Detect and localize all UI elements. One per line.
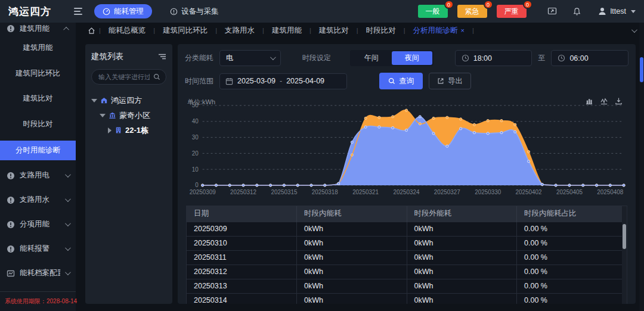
time-to-input[interactable]: 06:00 [551, 50, 628, 66]
home-icon[interactable] [84, 27, 99, 35]
tab-支路用水[interactable]: 支路用水 [217, 26, 262, 36]
clock-icon [558, 54, 565, 62]
tree-caret-icon[interactable] [91, 99, 97, 102]
energy-type-select[interactable]: 电 [219, 50, 281, 66]
list-options-icon[interactable] [158, 53, 166, 60]
tab-label: 建筑用能 [272, 26, 302, 36]
tree-search-input[interactable] [97, 73, 151, 81]
range-separator: - [280, 77, 282, 85]
range-label: 时间范围 [185, 76, 213, 86]
tree-node-蒙奇小区[interactable]: 蒙奇小区 [91, 108, 166, 123]
bell-icon[interactable] [572, 7, 581, 16]
alert-count-badge: 0 [523, 0, 532, 9]
tab-建筑比对[interactable]: 建筑比对 [311, 26, 357, 36]
sidebar-group-能耗报警[interactable]: 能耗报警 [0, 237, 76, 261]
tab-能耗总概览[interactable]: 能耗总概览 [101, 26, 154, 36]
calendar-icon [225, 77, 233, 85]
date-range-input[interactable]: 2025-03-09 - 2025-04-09 [219, 73, 347, 89]
tab-separator: | [472, 27, 474, 34]
tabbar-collapse-icon[interactable] [627, 29, 640, 33]
tab-分析用能诊断[interactable]: 分析用能诊断× [405, 26, 472, 36]
page-scrollbar-thumb[interactable] [640, 57, 643, 82]
alert-count-badge: 0 [484, 0, 493, 9]
svg-text:10: 10 [192, 166, 199, 173]
sidebar-item-建筑用能[interactable]: 建筑用能 [0, 35, 76, 61]
username: lttest [611, 7, 626, 15]
sidebar-item-建筑比对[interactable]: 建筑比对 [0, 86, 76, 112]
table-row[interactable]: 202503100kWh0kWh0.00 % [187, 236, 627, 250]
sidebar: 建筑用能建筑用能建筑同比环比建筑比对时段比对分时用能诊断支路用电支路用水分项用能… [0, 23, 76, 311]
tree-search-box [91, 69, 166, 85]
bar-chart-icon[interactable] [585, 97, 593, 105]
info-circle-icon [7, 172, 15, 180]
range-start-value: 2025-03-09 [237, 77, 275, 85]
tab-label: 分析用能诊断 [413, 26, 458, 36]
sidebar-collapse-icon[interactable] [74, 8, 82, 15]
tree-node-22-1栋[interactable]: 22-1栋 [91, 123, 166, 138]
area-chart-canvas[interactable]: 0102030405020250309202503122025031520250… [185, 96, 628, 204]
sidebar-group-支路用电[interactable]: 支路用电 [0, 164, 76, 188]
building-list-card: 建筑列表 鸿运四方蒙奇小区22-1栋 [85, 44, 172, 304]
sidebar-item-时段比对[interactable]: 时段比对 [0, 111, 76, 137]
table-row[interactable]: 202503130kWh0kWh0.00 % [187, 279, 627, 293]
gauge-icon [103, 8, 110, 15]
table-row[interactable]: 202503090kWh0kWh0.00 % [187, 222, 627, 236]
sidebar-group-label: 能耗档案配置 [20, 268, 60, 278]
svg-text:20250327: 20250327 [434, 189, 460, 195]
info-circle-icon [7, 245, 15, 253]
nav-device-collection[interactable]: 设备与采集 [170, 7, 219, 17]
tab-close-icon[interactable]: × [461, 27, 465, 34]
top-header: 鸿运四方 能耗管理 设备与采集 一般0紧急0严重0 lttest [0, 0, 644, 23]
svg-text:20250309: 20250309 [190, 189, 216, 195]
alert-button-label: 严重 [504, 7, 519, 17]
chevron-down-icon [65, 269, 71, 275]
table-cell: 20250310 [187, 236, 297, 250]
period-option-night[interactable]: 夜间 [392, 51, 432, 65]
table-cell: 0kWh [297, 293, 407, 304]
query-button[interactable]: 查询 [379, 73, 423, 89]
user-menu[interactable]: lttest [597, 7, 636, 16]
alert-button-2[interactable]: 严重0 [497, 5, 527, 18]
sidebar-group-label: 支路用水 [20, 195, 60, 205]
table-cell: 0kWh [407, 279, 517, 293]
svg-text:20: 20 [192, 150, 199, 157]
download-icon[interactable] [615, 97, 623, 105]
sidebar-group-建筑用能[interactable]: 建筑用能 [0, 23, 76, 35]
svg-text:20250408: 20250408 [597, 189, 623, 195]
table-cell: 0kWh [297, 222, 407, 236]
range-end-value: 2025-04-09 [286, 77, 324, 85]
sidebar-group-能耗档案配置[interactable]: 能耗档案配置 [0, 261, 76, 285]
building-icon [114, 126, 122, 134]
time-to-value: 06:00 [569, 54, 588, 63]
tree-node-label: 22-1栋 [125, 125, 148, 136]
energy-table: 日期时段内能耗时段外能耗时段内能耗占比 202503090kWh0kWh0.00… [187, 206, 627, 304]
tab-建筑同比环比[interactable]: 建筑同比环比 [155, 26, 215, 36]
time-from-input[interactable]: 18:00 [455, 50, 532, 66]
line-chart-icon[interactable] [600, 97, 608, 105]
tab-时段比对[interactable]: 时段比对 [358, 26, 404, 36]
alert-button-0[interactable]: 一般0 [418, 5, 448, 18]
screen-icon[interactable] [547, 7, 557, 16]
tree-caret-icon[interactable] [100, 114, 106, 117]
tab-label: 支路用水 [225, 26, 255, 36]
table-scrollbar-thumb[interactable] [623, 224, 626, 249]
tree-caret-icon[interactable] [108, 127, 112, 133]
sidebar-group-label: 能耗报警 [20, 244, 60, 254]
export-button[interactable]: 导出 [429, 73, 471, 89]
sidebar-group-支路用水[interactable]: 支路用水 [0, 188, 76, 212]
period-option-noon[interactable]: 午间 [351, 51, 392, 65]
sidebar-group-分项用能[interactable]: 分项用能 [0, 212, 76, 237]
chevron-down-icon [65, 220, 71, 226]
tree-node-鸿运四方[interactable]: 鸿运四方 [91, 93, 166, 108]
tab-建筑用能[interactable]: 建筑用能 [264, 26, 309, 36]
alert-button-1[interactable]: 紧急0 [457, 5, 487, 18]
energy-chart: 单位:kWh 01020304050202 [185, 96, 628, 204]
table-row[interactable]: 202503120kWh0kWh0.00 % [187, 265, 627, 279]
table-row[interactable]: 202503140kWh0kWh0.00 % [187, 293, 627, 304]
sidebar-item-分时用能诊断[interactable]: 分时用能诊断 [0, 141, 76, 160]
app-logo: 鸿运四方 [8, 5, 51, 18]
table-row[interactable]: 202503110kWh0kWh0.00 % [187, 250, 627, 265]
sidebar-item-建筑同比环比[interactable]: 建筑同比环比 [0, 61, 76, 86]
chevron-down-icon [270, 54, 276, 60]
nav-energy-management[interactable]: 能耗管理 [94, 4, 152, 18]
